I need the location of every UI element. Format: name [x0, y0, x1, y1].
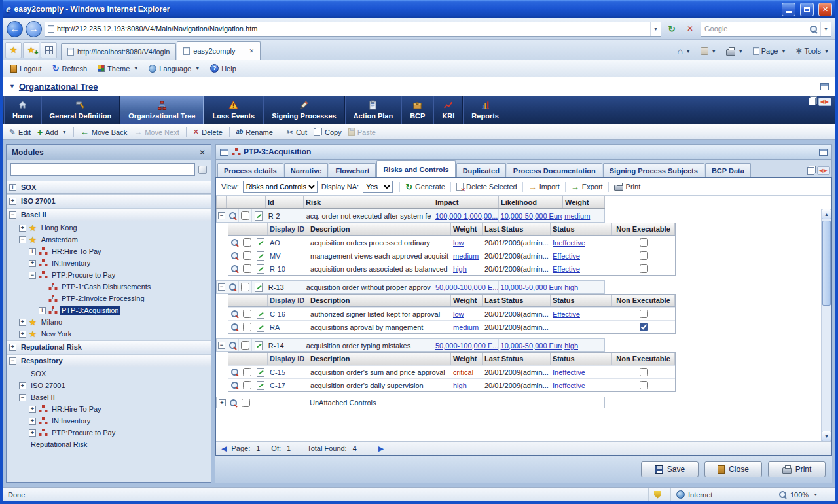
feeds-button[interactable]: ▼: [697, 45, 720, 57]
non-executable-checkbox[interactable]: [640, 264, 648, 273]
control-status-link[interactable]: Effective: [553, 265, 580, 273]
edit-pencil-icon[interactable]: [257, 251, 264, 261]
edit-pencil-icon[interactable]: [257, 381, 264, 390]
page-menu[interactable]: Page▼: [749, 45, 790, 57]
view-toolbar-print[interactable]: Print: [614, 183, 641, 191]
tree-expander-icon[interactable]: +: [29, 248, 36, 255]
tree-item-basel-ii[interactable]: −Basel II: [7, 208, 211, 221]
nav-tab-action-plan[interactable]: Action Plan: [345, 96, 402, 124]
pages-icon[interactable]: [809, 98, 816, 105]
detail-tab-bcp-data[interactable]: BCP Data: [705, 163, 751, 177]
tree-item-ptp-1-cash-disbursements[interactable]: PTP-1:Cash Disbursements: [7, 281, 211, 293]
add-favorite-button[interactable]: ★: [23, 42, 39, 58]
tree-item-ptp-procure-to-pay[interactable]: +PTP:Procure to Pay: [7, 427, 211, 439]
risk-row-checkbox[interactable]: [241, 341, 249, 350]
search-input[interactable]: [701, 25, 806, 33]
tree-expander-icon[interactable]: +: [19, 382, 26, 389]
nav-tab-organizational-tree[interactable]: Organizational Tree: [120, 96, 204, 124]
tree-expander-icon[interactable]: +: [19, 319, 26, 326]
magnifier-icon[interactable]: [230, 368, 239, 376]
tree-expander-icon[interactable]: +: [19, 225, 26, 232]
control-checkbox[interactable]: [243, 264, 251, 273]
control-status-link[interactable]: Ineffective: [553, 369, 585, 376]
browser-tab-http-localhost-8080-v4-login[interactable]: http://localhost:8080/V4/login: [61, 43, 176, 60]
tree-expander-icon[interactable]: −: [9, 211, 16, 219]
tree-expander-icon[interactable]: +: [9, 198, 16, 205]
tree-item-ptp-3-acquisition[interactable]: +PTP-3:Acquisition: [7, 304, 211, 316]
control-weight-link[interactable]: critical: [453, 369, 473, 376]
tree-expander-icon[interactable]: +: [9, 184, 16, 191]
tab-scroll-arrows-icon[interactable]: ◀▶: [817, 166, 830, 175]
control-checkbox[interactable]: [243, 381, 251, 389]
magnifier-icon[interactable]: [230, 238, 239, 247]
nav-tab-reports[interactable]: Reports: [463, 96, 507, 124]
detail-tab-process-documentation[interactable]: Process Documentation: [507, 163, 602, 177]
tree-item-ptp-2-invoice-processing[interactable]: PTP-2:Invoice Processing: [7, 293, 211, 304]
edit-toolbar-rename[interactable]: abRename: [236, 128, 273, 136]
edit-pencil-icon[interactable]: [257, 310, 264, 319]
tree-expander-icon[interactable]: +: [29, 406, 36, 413]
tree-expander-icon[interactable]: +: [29, 260, 36, 267]
home-button[interactable]: ⌂▼: [673, 45, 694, 58]
tree-item-amsterdam[interactable]: −★Amsterdam: [7, 234, 211, 245]
edit-toolbar-add[interactable]: +Add▼: [37, 128, 67, 137]
detail-tab-narrative[interactable]: Narrative: [284, 163, 329, 177]
address-dropdown-button[interactable]: ▼: [650, 22, 661, 36]
maximize-button[interactable]: [800, 3, 814, 16]
risk-row-checkbox[interactable]: [241, 211, 249, 220]
search-button[interactable]: [806, 25, 820, 33]
view-toolbar-delete-selected[interactable]: Delete Selected: [456, 183, 517, 191]
view-toolbar-generate[interactable]: ↻Generate: [405, 183, 445, 191]
impact-link[interactable]: 100,000-1,000,00...: [435, 212, 498, 220]
edit-pencil-icon[interactable]: [255, 211, 263, 221]
likelihood-link[interactable]: 10,000-50,000 Euro: [501, 342, 563, 350]
control-checkbox[interactable]: [243, 238, 251, 247]
tree-item-hr-hire-to-pay[interactable]: +HR:Hire To Pay: [7, 245, 211, 257]
tree-item-reputational-risk[interactable]: +Reputational Risk: [7, 340, 211, 353]
nav-tab-signing-processes[interactable]: Signing Processes: [263, 96, 344, 124]
control-weight-link[interactable]: low: [453, 310, 464, 318]
magnifier-icon[interactable]: [229, 399, 238, 407]
non-executable-checkbox[interactable]: [640, 381, 648, 389]
view-toolbar-export[interactable]: →Export: [571, 183, 603, 191]
edit-pencil-icon[interactable]: [257, 368, 264, 377]
pages-icon[interactable]: [807, 167, 814, 175]
magnifier-icon[interactable]: [230, 310, 239, 318]
control-weight-link[interactable]: high: [453, 382, 467, 389]
collapse-expander-icon[interactable]: −: [218, 283, 225, 291]
nav-tab-kri[interactable]: KRI: [433, 96, 463, 124]
edit-toolbar-cut[interactable]: ✂Cut: [287, 128, 307, 136]
detail-tab-process-details[interactable]: Process details: [217, 163, 283, 177]
tab-close-icon[interactable]: ✕: [249, 48, 254, 54]
nav-tab-loss-events[interactable]: Loss Events: [204, 96, 263, 124]
tree-expander-icon[interactable]: −: [19, 236, 26, 243]
non-executable-checkbox[interactable]: [640, 251, 648, 260]
app-toolbar-refresh[interactable]: ↻Refresh: [52, 64, 87, 73]
risk-row-checkbox[interactable]: [241, 283, 249, 291]
magnifier-icon[interactable]: [228, 211, 237, 220]
close-button[interactable]: ✕: [818, 3, 832, 16]
tree-item-reputational-risk[interactable]: Reputational Risk: [7, 439, 211, 450]
modules-close-button[interactable]: ✕: [199, 148, 206, 157]
popout-window-icon[interactable]: [820, 83, 829, 90]
view-select[interactable]: Risks and Controls: [243, 181, 318, 193]
detail-tab-flowchart[interactable]: Flowchart: [329, 163, 376, 177]
edit-pencil-icon[interactable]: [257, 238, 264, 247]
edit-pencil-icon[interactable]: [255, 341, 263, 350]
tree-expander-icon[interactable]: −: [19, 394, 26, 401]
panel-collapse-arrows-icon[interactable]: ◀▶: [818, 98, 831, 106]
minimize-button[interactable]: [782, 3, 795, 16]
tree-item-sox[interactable]: +SOX: [7, 181, 211, 194]
scroll-thumb[interactable]: [822, 221, 831, 306]
edit-pencil-icon[interactable]: [257, 264, 264, 274]
tree-expander-icon[interactable]: +: [29, 429, 36, 437]
app-toolbar-language[interactable]: Language▼: [149, 65, 200, 73]
tree-item-in-inventory[interactable]: +IN:Inventory: [7, 415, 211, 427]
maximize-panel-icon[interactable]: [819, 149, 828, 156]
control-weight-link[interactable]: low: [453, 239, 464, 247]
vertical-scrollbar[interactable]: ▲ ▼: [821, 209, 831, 441]
app-toolbar-theme[interactable]: Theme▼: [98, 65, 138, 73]
print-button[interactable]: ▼: [722, 45, 747, 58]
scroll-track[interactable]: [822, 219, 831, 431]
forward-button[interactable]: →: [26, 21, 42, 37]
